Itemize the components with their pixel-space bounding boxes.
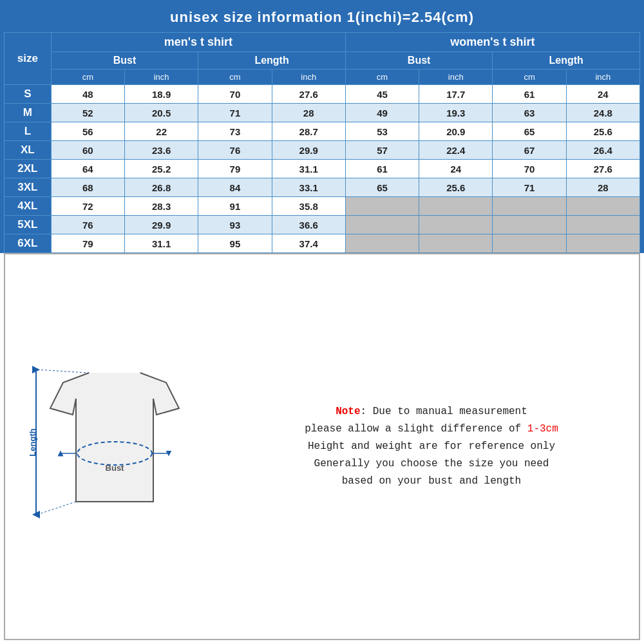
data-cell: 84 xyxy=(198,178,272,197)
h-minch2: inch xyxy=(272,70,345,85)
data-cell: 19.3 xyxy=(419,104,493,122)
note-colon: : Due to manual measurement xyxy=(361,406,527,417)
data-cell: 56 xyxy=(51,122,124,141)
table-row: S4818.97027.64517.76124 xyxy=(5,85,640,104)
data-cell: 22 xyxy=(125,122,198,141)
data-cell: 28 xyxy=(272,104,345,122)
h-mcm2: cm xyxy=(198,70,272,85)
size-header: size xyxy=(5,33,52,85)
data-cell: 29.9 xyxy=(272,141,345,160)
table-row: M5220.571284919.36324.8 xyxy=(5,104,640,122)
h-minch1: inch xyxy=(125,70,198,85)
data-cell: 71 xyxy=(493,178,566,197)
svg-text:Length: Length xyxy=(28,428,37,456)
size-cell: 2XL xyxy=(5,160,52,178)
data-cell: 68 xyxy=(51,178,124,197)
note-line2: please allow a slight difference of 1-3c… xyxy=(305,421,558,438)
data-cell: 76 xyxy=(51,216,124,234)
table-row: L56227328.75320.96525.6 xyxy=(5,122,640,141)
data-cell xyxy=(493,234,566,253)
table-row: 5XL7629.99336.6 xyxy=(5,216,640,234)
data-cell: 28.3 xyxy=(125,197,198,216)
note-line4: Generally you choose the size you need xyxy=(305,455,558,473)
data-cell xyxy=(566,234,639,253)
data-cell: 25.2 xyxy=(125,160,198,178)
h-winch1: inch xyxy=(419,70,493,85)
svg-text:Bust: Bust xyxy=(106,463,125,473)
data-cell: 93 xyxy=(198,216,272,234)
size-cell: XL xyxy=(5,141,52,160)
size-cell: S xyxy=(5,85,52,104)
svg-line-7 xyxy=(37,502,76,515)
data-cell: 27.6 xyxy=(272,85,345,104)
data-cell: 29.9 xyxy=(125,216,198,234)
data-cell: 36.6 xyxy=(272,216,345,234)
main-title: unisex size information 1(inchi)=2.54(cm… xyxy=(4,4,640,32)
table-row: 2XL6425.27931.161247027.6 xyxy=(5,160,640,178)
data-cell: 31.1 xyxy=(125,234,198,253)
note-line3: Height and weight are for reference only xyxy=(305,438,558,455)
data-cell: 57 xyxy=(345,141,419,160)
data-cell: 27.6 xyxy=(566,160,639,178)
data-cell: 64 xyxy=(51,160,124,178)
note-prefix: Note xyxy=(336,406,360,417)
data-cell: 65 xyxy=(345,178,419,197)
data-cell: 28.7 xyxy=(272,122,345,141)
data-cell xyxy=(419,234,493,253)
data-cell: 73 xyxy=(198,122,272,141)
h-wcm1: cm xyxy=(345,70,419,85)
note-diff: 1-3cm xyxy=(527,423,558,435)
table-row: 6XL7931.19537.4 xyxy=(5,234,640,253)
womens-length-header: Length xyxy=(493,52,640,70)
note-line2-text: please allow a slight difference of xyxy=(305,423,527,435)
data-cell xyxy=(419,216,493,234)
size-cell: M xyxy=(5,104,52,122)
data-cell: 20.9 xyxy=(419,122,493,141)
data-cell: 79 xyxy=(51,234,124,253)
bottom-section: Length Bust xyxy=(4,253,640,640)
svg-line-6 xyxy=(37,370,89,373)
h-winch2: inch xyxy=(566,70,639,85)
data-cell: 17.7 xyxy=(419,85,493,104)
mens-header: men's t shirt xyxy=(51,33,345,52)
data-cell: 70 xyxy=(493,160,566,178)
data-cell: 26.8 xyxy=(125,178,198,197)
h-wcm2: cm xyxy=(493,70,566,85)
size-cell: 4XL xyxy=(5,197,52,216)
data-cell: 67 xyxy=(493,141,566,160)
note-line5: based on your bust and length xyxy=(305,473,558,490)
size-table: size men's t shirt women's t shirt Bust … xyxy=(4,32,640,253)
data-cell: 25.6 xyxy=(419,178,493,197)
table-row: 3XL6826.88433.16525.67128 xyxy=(5,178,640,197)
data-cell: 61 xyxy=(493,85,566,104)
size-cell: L xyxy=(5,122,52,141)
data-cell: 52 xyxy=(51,104,124,122)
data-cell: 31.1 xyxy=(272,160,345,178)
data-cell: 18.9 xyxy=(125,85,198,104)
tshirt-diagram: Length Bust xyxy=(24,360,205,534)
data-cell: 63 xyxy=(493,104,566,122)
data-cell: 48 xyxy=(51,85,124,104)
data-cell: 71 xyxy=(198,104,272,122)
data-cell xyxy=(345,234,419,253)
mens-length-header: Length xyxy=(198,52,346,70)
data-cell xyxy=(493,216,566,234)
data-cell: 24.8 xyxy=(566,104,639,122)
data-cell: 76 xyxy=(198,141,272,160)
data-cell: 60 xyxy=(51,141,124,160)
data-cell: 26.4 xyxy=(566,141,639,160)
data-cell: 49 xyxy=(345,104,419,122)
data-cell: 53 xyxy=(345,122,419,141)
data-cell xyxy=(493,197,566,216)
womens-header: women's t shirt xyxy=(345,33,639,52)
data-cell: 25.6 xyxy=(566,122,639,141)
data-cell: 37.4 xyxy=(272,234,345,253)
data-cell: 33.1 xyxy=(272,178,345,197)
data-cell xyxy=(345,197,419,216)
data-cell: 45 xyxy=(345,85,419,104)
size-cell: 3XL xyxy=(5,178,52,197)
table-row: 4XL7228.39135.8 xyxy=(5,197,640,216)
data-cell: 24 xyxy=(566,85,639,104)
size-cell: 6XL xyxy=(5,234,52,253)
data-cell: 22.4 xyxy=(419,141,493,160)
